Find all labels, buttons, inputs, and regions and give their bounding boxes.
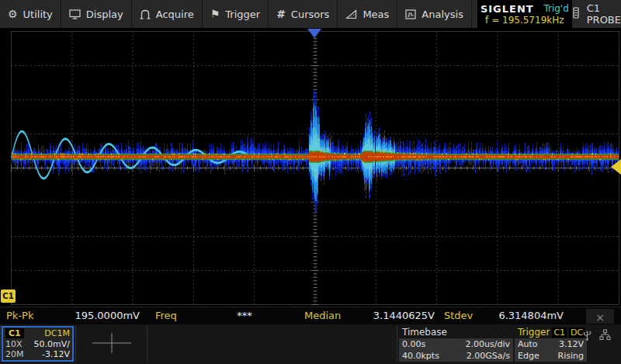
trigger-title: Trigger bbox=[518, 327, 550, 338]
trigger-type: Edge bbox=[518, 351, 539, 361]
probe-indicator[interactable]: C1 PROBE bbox=[572, 0, 621, 28]
slot-separator bbox=[147, 326, 147, 362]
crosshair-icon bbox=[92, 333, 131, 355]
channel1-bandwidth: 20M bbox=[5, 349, 24, 359]
frequency-readout: f = 195.5719kHz bbox=[480, 15, 569, 26]
menu-utility[interactable]: ⚙ Utility bbox=[0, 0, 61, 28]
measurement-bar: Pk-Pk 195.0000mV Freq *** Median 3.14406… bbox=[0, 307, 621, 324]
channel1-coupling: DC1M bbox=[44, 328, 70, 338]
meas-pkpk-label: Pk-Pk bbox=[6, 307, 33, 324]
meas-freq-label: Freq bbox=[155, 307, 177, 324]
timebase-panel[interactable]: Timebase 0.00s 2.00us/div 40.0kpts 2.00G… bbox=[399, 326, 513, 362]
menu-analysis[interactable]: Analysis bbox=[397, 0, 472, 28]
lan-icon bbox=[599, 329, 611, 344]
oscilloscope-screen: ⚙ Utility Display Acquire ⚑ Trigger # Cu… bbox=[0, 0, 621, 364]
measure-icon bbox=[345, 9, 357, 19]
menu-acquire-label: Acquire bbox=[156, 9, 194, 20]
meas-pkpk-value: 195.0000mV bbox=[70, 307, 140, 324]
trigger-mode: Auto bbox=[518, 339, 538, 349]
menu-trigger-label: Trigger bbox=[225, 9, 260, 20]
usb-icon bbox=[582, 329, 592, 344]
menu-cursors-label: Cursors bbox=[291, 9, 330, 20]
menu-acquire[interactable]: Acquire bbox=[132, 0, 203, 28]
trigger-position-marker[interactable] bbox=[307, 29, 321, 38]
add-channel-slot[interactable] bbox=[77, 326, 147, 362]
channel1-attenuation: 10X bbox=[5, 339, 23, 349]
probe-label: C1 PROBE bbox=[587, 2, 621, 26]
waveform-canvas bbox=[0, 28, 621, 307]
meas-stdev-value: 6.314804mV bbox=[495, 307, 564, 324]
trigger-source-chip: C1 bbox=[552, 328, 567, 338]
trigger-level: 3.12V bbox=[559, 339, 584, 349]
menu-analysis-label: Analysis bbox=[422, 9, 463, 20]
meas-stdev-label: Stdev bbox=[444, 307, 473, 324]
channel1-name: C1 bbox=[5, 328, 24, 338]
trigger-panel[interactable]: Trigger C1 DC Auto 3.12V Edge Rising bbox=[515, 326, 587, 362]
display-icon bbox=[69, 9, 81, 19]
top-menu-bar: ⚙ Utility Display Acquire ⚑ Trigger # Cu… bbox=[0, 0, 621, 28]
slot-separator bbox=[0, 326, 1, 362]
timebase-delay: 0.00s bbox=[402, 339, 425, 349]
close-icon: × bbox=[595, 309, 605, 326]
meas-median-label: Median bbox=[304, 307, 341, 324]
channel-offset-marker[interactable]: C1 bbox=[1, 289, 16, 303]
menu-meas[interactable]: Meas bbox=[338, 0, 397, 28]
timebase-title: Timebase bbox=[402, 327, 510, 338]
cursors-icon: # bbox=[276, 8, 286, 20]
timebase-samplerate: 2.00GSa/s bbox=[467, 351, 510, 361]
waveform-display[interactable]: C1 bbox=[0, 28, 621, 307]
channel1-offset: -3.12V bbox=[42, 349, 70, 359]
menu-utility-label: Utility bbox=[23, 9, 53, 20]
timebase-memory: 40.0kpts bbox=[402, 351, 439, 361]
trigger-flag-icon: ⚑ bbox=[210, 8, 220, 20]
acquire-icon bbox=[140, 9, 151, 19]
meas-median-value: 3.1440625V bbox=[363, 307, 435, 324]
trigger-level-marker[interactable] bbox=[611, 159, 621, 175]
status-block: SIGLENT Trig'd f = 195.5719kHz bbox=[477, 0, 572, 28]
gear-icon: ⚙ bbox=[8, 8, 18, 20]
close-measurements-button[interactable]: × bbox=[586, 309, 614, 324]
analysis-icon bbox=[405, 9, 416, 19]
menu-trigger[interactable]: ⚑ Trigger bbox=[203, 0, 269, 28]
brand-logo: SIGLENT bbox=[480, 3, 534, 15]
menu-display[interactable]: Display bbox=[61, 0, 132, 28]
menu-display-label: Display bbox=[86, 9, 123, 20]
slot-separator bbox=[397, 326, 397, 362]
meas-freq-value: *** bbox=[221, 307, 268, 324]
trigger-slope: Rising bbox=[558, 351, 584, 361]
timebase-scale: 2.00us/div bbox=[466, 339, 510, 349]
channel1-panel[interactable]: C1 DC1M 10X 50.0mV/ 20M -3.12V bbox=[2, 326, 74, 362]
menu-meas-label: Meas bbox=[363, 9, 389, 20]
bottom-status-bar: C1 DC1M 10X 50.0mV/ 20M -3.12V Timebase bbox=[0, 324, 621, 364]
channel1-scale: 50.0mV/ bbox=[34, 339, 70, 349]
slot-separator bbox=[75, 326, 76, 362]
menu-cursors[interactable]: # Cursors bbox=[269, 0, 338, 28]
trigger-status: Trig'd bbox=[543, 3, 568, 14]
probe-icon bbox=[572, 7, 580, 21]
